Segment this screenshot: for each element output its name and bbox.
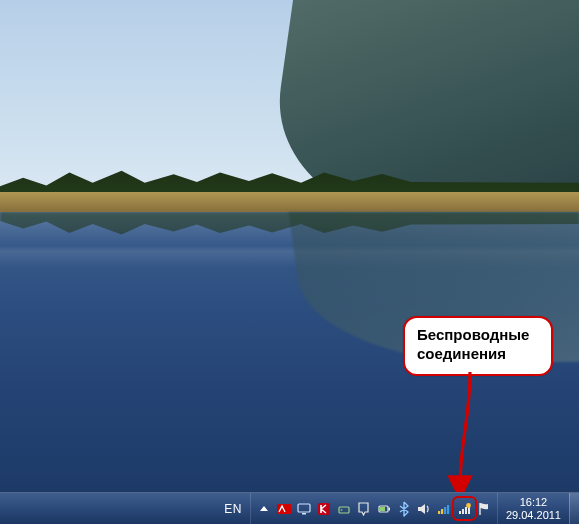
svg-rect-15 (465, 507, 467, 514)
desktop-wallpaper[interactable] (0, 0, 579, 492)
svg-rect-2 (302, 513, 306, 515)
language-indicator[interactable]: EN (216, 493, 250, 524)
wallpaper-shore (0, 192, 579, 212)
annotation-callout-line2: соединения (417, 345, 539, 364)
bluetooth-icon[interactable] (395, 499, 414, 518)
svg-point-17 (467, 503, 472, 508)
svg-rect-11 (444, 507, 446, 514)
svg-rect-10 (441, 509, 443, 514)
monitor-icon[interactable] (295, 499, 314, 518)
annotation-callout: Беспроводные соединения (403, 316, 553, 376)
taskbar: EN (0, 492, 579, 524)
taskbar-clock[interactable]: 16:12 29.04.2011 (497, 493, 569, 524)
svg-rect-1 (298, 504, 310, 512)
show-hidden-icons-icon[interactable] (255, 499, 274, 518)
nvidia-icon[interactable] (275, 499, 294, 518)
power-icon[interactable] (375, 499, 394, 518)
flag-icon[interactable] (475, 499, 494, 518)
svg-rect-7 (389, 507, 391, 510)
svg-rect-14 (462, 509, 464, 514)
show-desktop-button[interactable] (569, 493, 579, 524)
network-colored-icon[interactable] (435, 499, 454, 518)
network-wireless-icon[interactable] (455, 499, 474, 518)
taskbar-clock-date: 29.04.2011 (506, 509, 561, 521)
action-center-icon[interactable] (355, 499, 374, 518)
volume-icon[interactable] (415, 499, 434, 518)
kaspersky-icon[interactable] (315, 499, 334, 518)
safely-remove-hardware-icon[interactable] (335, 499, 354, 518)
svg-rect-12 (447, 505, 449, 514)
system-tray (250, 493, 497, 524)
svg-point-5 (341, 509, 343, 511)
svg-rect-8 (380, 507, 385, 511)
svg-rect-3 (318, 503, 330, 515)
taskbar-clock-time: 16:12 (506, 496, 561, 508)
annotation-callout-line1: Беспроводные (417, 326, 539, 345)
svg-rect-13 (459, 511, 461, 514)
svg-rect-9 (438, 511, 440, 514)
